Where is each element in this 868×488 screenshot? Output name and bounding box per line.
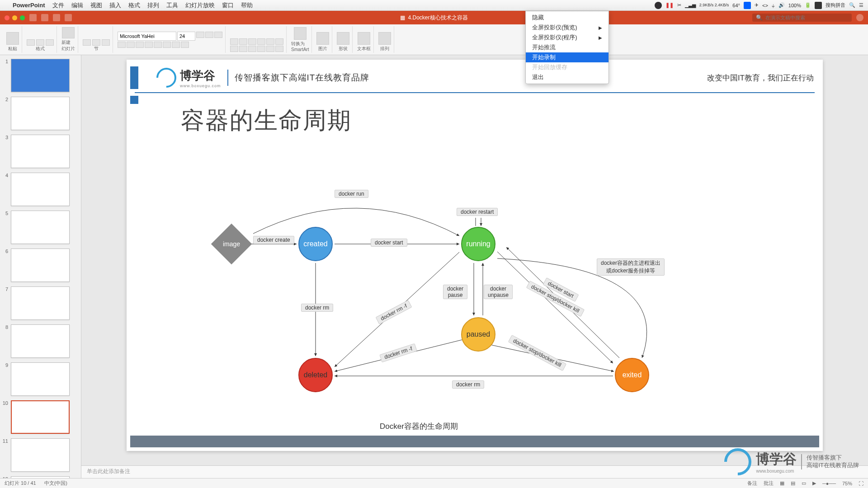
app-name[interactable]: PowerPoint (13, 2, 45, 9)
thumbnail-8[interactable]: 8 (2, 324, 79, 358)
justify-button[interactable] (257, 46, 265, 52)
ime-label[interactable]: 搜狗拼音 (826, 2, 845, 9)
dropdown-fullscreen-preview[interactable]: 全屏投影仪(预览)▶ (526, 23, 609, 33)
home-icon[interactable] (29, 14, 37, 21)
bullets-button[interactable] (230, 38, 238, 45)
view-reading-icon[interactable]: ▭ (802, 480, 806, 486)
slide-canvas[interactable]: 博学谷 www.boxuegu.com 传智播客旗下高端IT在线教育品牌 改变中… (81, 55, 868, 465)
font-family-combo[interactable] (118, 32, 176, 41)
volume-icon[interactable]: 🔊 (778, 2, 785, 8)
save-icon[interactable] (41, 14, 48, 21)
align-left-button[interactable] (230, 46, 238, 52)
smartart-button[interactable] (294, 27, 307, 40)
layout-button[interactable] (83, 39, 91, 46)
plane-icon[interactable]: ✈ (755, 2, 759, 8)
menu-view[interactable]: 视图 (90, 1, 102, 9)
thumbnail-6[interactable]: 6 (2, 249, 79, 282)
new-slide-button[interactable] (62, 27, 75, 38)
thumbnail-10[interactable]: 10 (2, 400, 79, 434)
dropdown-start-stream[interactable]: 开始推流 (526, 42, 609, 52)
search-box[interactable]: 🔍 (752, 14, 852, 22)
subscript-button[interactable] (154, 42, 162, 48)
font-color-button[interactable] (172, 42, 180, 48)
search-input[interactable] (765, 15, 848, 20)
indent-dec-button[interactable] (248, 38, 256, 45)
thumbnail-2[interactable]: 2 (2, 97, 79, 130)
strike-button[interactable] (145, 42, 153, 48)
wifi-icon[interactable]: ⏚ (772, 3, 775, 8)
dropdown-hide[interactable]: 隐藏 (526, 13, 609, 23)
grow-font-button[interactable] (196, 32, 204, 38)
menu-insert[interactable]: 插入 (109, 1, 121, 9)
highlight-button[interactable] (181, 42, 189, 48)
dropbox-icon[interactable] (744, 2, 751, 9)
italic-button[interactable] (127, 42, 135, 48)
dropdown-start-record[interactable]: 开始录制 (526, 52, 609, 62)
undo-icon[interactable] (53, 14, 60, 21)
menu-file[interactable]: 文件 (52, 1, 64, 9)
underline-button[interactable] (136, 42, 144, 48)
obs-icon[interactable] (655, 2, 662, 9)
section-button[interactable] (102, 39, 110, 46)
dropdown-fullscreen-program[interactable]: 全屏投影仪(程序)▶ (526, 33, 609, 42)
notification-icon[interactable]: ☰ (859, 2, 863, 8)
ime-icon[interactable] (815, 2, 822, 9)
menu-arrange[interactable]: 排列 (147, 1, 159, 9)
numbering-button[interactable] (239, 38, 247, 45)
columns-button[interactable] (266, 46, 274, 52)
menu-tools[interactable]: 工具 (166, 1, 178, 9)
view-slideshow-icon[interactable]: ▶ (812, 480, 816, 486)
zoom-slider[interactable]: ─●── (822, 481, 836, 486)
comments-toggle[interactable]: 批注 (764, 480, 774, 487)
paste-button[interactable] (6, 32, 19, 45)
spacing-button[interactable] (163, 42, 171, 48)
slide[interactable]: 博学谷 www.boxuegu.com 传智播客旗下高端IT在线教育品牌 改变中… (127, 60, 823, 451)
slide-thumbnail-panel[interactable]: 1 2 3 4 5 6 7 8 9 10 11 12 13 14 (0, 55, 81, 478)
thumbnail-9[interactable]: 9 (2, 362, 79, 396)
clear-format-button[interactable] (214, 32, 222, 38)
fit-window-icon[interactable]: ⛶ (859, 481, 863, 486)
thumbnail-3[interactable]: 3 (2, 135, 79, 168)
indent-inc-button[interactable] (257, 38, 265, 45)
menu-help[interactable]: 帮助 (241, 1, 253, 9)
thumbnail-11[interactable]: 11 (2, 438, 79, 472)
reset-button[interactable] (92, 39, 100, 46)
picture-button[interactable] (316, 32, 329, 45)
bold-button[interactable] (118, 42, 126, 48)
notes-toggle[interactable]: 备注 (747, 480, 757, 487)
spotlight-icon[interactable]: 🔍 (849, 2, 855, 8)
menu-format[interactable]: 格式 (128, 1, 140, 9)
view-sorter-icon[interactable]: ▤ (791, 480, 795, 486)
align-text-button[interactable] (275, 46, 283, 52)
text-dir-button[interactable] (275, 38, 283, 45)
code-icon[interactable]: <> (762, 3, 768, 8)
align-right-button[interactable] (248, 46, 256, 52)
menu-slideshow[interactable]: 幻灯片放映 (185, 1, 215, 9)
thumbnail-5[interactable]: 5 (2, 211, 79, 244)
pause-icon[interactable]: ❚❚ (665, 2, 674, 8)
font-size-combo[interactable] (177, 32, 195, 41)
format-painter-button[interactable] (46, 39, 54, 46)
align-center-button[interactable] (239, 46, 247, 52)
share-icon[interactable] (856, 14, 863, 21)
copy-button[interactable] (36, 39, 44, 46)
graph-icon[interactable]: ▁▃▅ (685, 2, 696, 8)
redo-icon[interactable] (65, 14, 72, 21)
shapes-button[interactable] (337, 32, 349, 45)
window-controls[interactable] (5, 15, 25, 20)
dropdown-exit[interactable]: 退出 (526, 72, 609, 82)
thumbnail-4[interactable]: 4 (2, 173, 79, 206)
menu-window[interactable]: 窗口 (222, 1, 234, 9)
thumbnail-1[interactable]: 1 (2, 59, 79, 92)
menu-edit[interactable]: 编辑 (71, 1, 83, 9)
battery-icon[interactable]: 🔋 (805, 2, 811, 8)
thumbnail-7[interactable]: 7 (2, 286, 79, 320)
scissors-icon[interactable]: ✂ (677, 2, 681, 8)
shrink-font-button[interactable] (205, 32, 213, 38)
cut-button[interactable] (27, 39, 35, 46)
view-normal-icon[interactable]: ▦ (780, 480, 784, 486)
thumbnail-12[interactable]: 12 (2, 476, 79, 478)
language-indicator[interactable]: 中文(中国) (44, 480, 67, 487)
arrange-button[interactable] (378, 32, 391, 45)
line-spacing-button[interactable] (266, 38, 274, 45)
